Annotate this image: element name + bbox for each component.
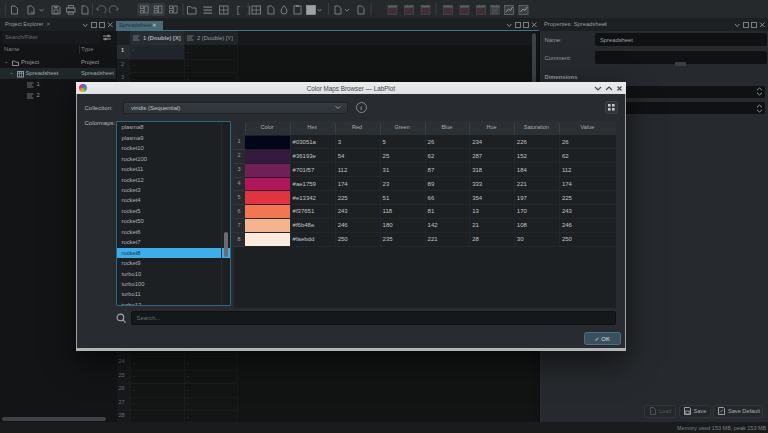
svg-text:[ ]: [ ] [236, 6, 252, 16]
